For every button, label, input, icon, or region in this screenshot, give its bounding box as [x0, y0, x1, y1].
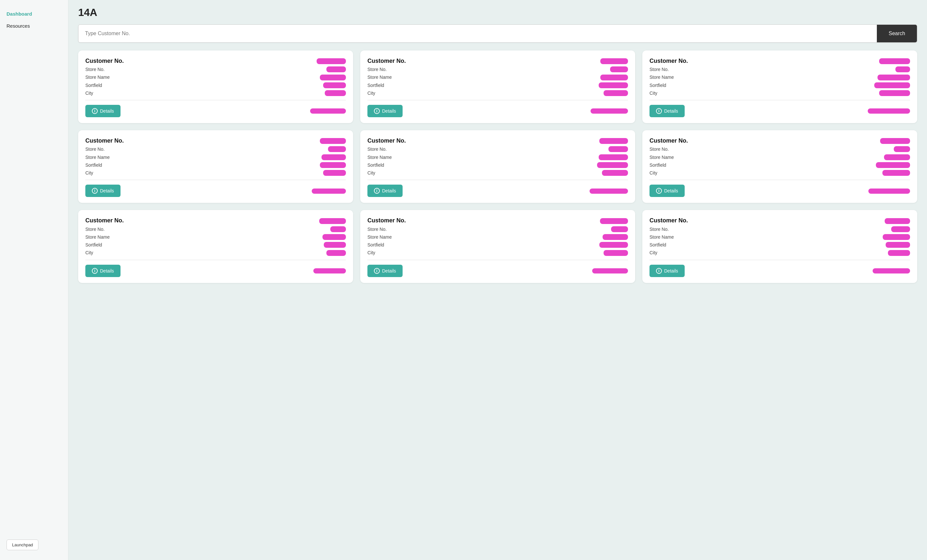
card-store-no-row: Store No. — [649, 146, 910, 152]
card-footer: i Details — [649, 265, 910, 277]
details-button[interactable]: i Details — [649, 265, 685, 277]
card-store-name-row: Store Name — [85, 154, 346, 160]
card-sortfield-row: Sortfield — [649, 162, 910, 168]
card-customer-no-row: Customer No. — [85, 137, 346, 144]
sortfield-label: Sortfield — [85, 162, 102, 168]
store-name-label: Store Name — [368, 234, 392, 240]
card-divider — [368, 180, 628, 180]
card-divider — [85, 260, 346, 260]
sortfield-label: Sortfield — [649, 162, 666, 168]
store-no-value — [611, 226, 628, 232]
search-bar: Search — [78, 24, 917, 42]
card-customer-no-row: Customer No. — [85, 58, 346, 64]
store-name-label: Store Name — [368, 74, 392, 80]
sidebar-item-resources[interactable]: Resources — [6, 22, 62, 30]
city-value — [323, 170, 346, 176]
cards-grid: Customer No. Store No. Store Name Sortfi… — [78, 50, 917, 283]
customer-no-value — [320, 137, 346, 144]
customer-no-label: Customer No. — [85, 217, 124, 224]
customer-no-value — [879, 58, 910, 64]
sortfield-label: Sortfield — [85, 242, 102, 247]
sortfield-label: Sortfield — [649, 83, 666, 88]
city-label: City — [649, 250, 657, 255]
customer-no-label: Customer No. — [649, 217, 688, 224]
store-no-value — [895, 67, 910, 72]
city-value — [882, 170, 910, 176]
card-sortfield-row: Sortfield — [85, 162, 346, 168]
city-value — [603, 90, 628, 96]
details-label: Details — [382, 268, 396, 273]
customer-card: Customer No. Store No. Store Name Sortfi… — [78, 130, 353, 203]
launchpad-button[interactable]: Launchpad — [6, 539, 38, 550]
footer-redacted-value — [590, 188, 628, 194]
city-value — [888, 250, 910, 256]
customer-card: Customer No. Store No. Store Name Sortfi… — [642, 130, 917, 203]
search-input[interactable] — [79, 25, 877, 42]
store-name-value — [877, 74, 910, 80]
customer-no-label: Customer No. — [649, 58, 688, 64]
card-store-no-row: Store No. — [649, 67, 910, 72]
card-store-no-row: Store No. — [368, 67, 628, 72]
card-store-no-row: Store No. — [85, 226, 346, 232]
card-store-name-row: Store Name — [368, 154, 628, 160]
footer-redacted-value — [868, 188, 910, 194]
card-customer-no-row: Customer No. — [649, 137, 910, 144]
page-title: 14A — [78, 6, 917, 18]
details-label: Details — [100, 108, 114, 114]
footer-redacted-value — [868, 108, 910, 114]
details-button[interactable]: i Details — [85, 185, 120, 197]
card-customer-no-row: Customer No. — [649, 58, 910, 64]
card-sortfield-row: Sortfield — [368, 242, 628, 248]
card-footer: i Details — [649, 185, 910, 197]
store-no-label: Store No. — [368, 227, 387, 232]
customer-no-value — [884, 217, 910, 224]
info-icon: i — [92, 268, 98, 274]
details-label: Details — [100, 268, 114, 273]
store-no-label: Store No. — [649, 227, 669, 232]
card-customer-no-row: Customer No. — [368, 217, 628, 224]
sortfield-value — [876, 162, 910, 168]
details-button[interactable]: i Details — [368, 105, 403, 117]
card-customer-no-row: Customer No. — [368, 137, 628, 144]
info-icon: i — [656, 268, 662, 274]
details-button[interactable]: i Details — [368, 265, 403, 277]
customer-no-value — [317, 58, 346, 64]
store-no-value — [330, 226, 346, 232]
city-value — [602, 170, 628, 176]
card-store-no-row: Store No. — [85, 146, 346, 152]
store-name-label: Store Name — [85, 74, 110, 80]
card-city-row: City — [368, 250, 628, 256]
search-button[interactable]: Search — [877, 25, 917, 42]
city-label: City — [368, 91, 375, 96]
customer-no-value — [880, 137, 910, 144]
details-button[interactable]: i Details — [649, 185, 685, 197]
store-no-label: Store No. — [85, 67, 105, 72]
store-name-value — [599, 154, 628, 160]
city-label: City — [649, 170, 657, 176]
sidebar-item-dashboard[interactable]: Dashboard — [6, 10, 62, 18]
sortfield-label: Sortfield — [85, 83, 102, 88]
footer-redacted-value — [592, 268, 628, 273]
store-no-value — [894, 146, 910, 152]
city-label: City — [368, 170, 375, 176]
info-icon: i — [374, 108, 380, 114]
customer-card: Customer No. Store No. Store Name Sortfi… — [360, 210, 635, 282]
card-divider — [649, 260, 910, 260]
card-footer: i Details — [85, 105, 346, 117]
info-icon: i — [92, 108, 98, 114]
card-city-row: City — [85, 250, 346, 256]
store-no-label: Store No. — [649, 147, 669, 152]
details-button[interactable]: i Details — [85, 105, 120, 117]
card-divider — [649, 100, 910, 100]
details-button[interactable]: i Details — [649, 105, 685, 117]
details-label: Details — [100, 188, 114, 193]
card-store-name-row: Store Name — [649, 154, 910, 160]
footer-redacted-value — [313, 268, 346, 273]
info-icon: i — [656, 108, 662, 114]
details-button[interactable]: i Details — [368, 185, 403, 197]
card-city-row: City — [368, 90, 628, 96]
details-button[interactable]: i Details — [85, 265, 120, 277]
sortfield-value — [320, 162, 346, 168]
card-city-row: City — [649, 170, 910, 176]
footer-redacted-value — [312, 188, 346, 194]
